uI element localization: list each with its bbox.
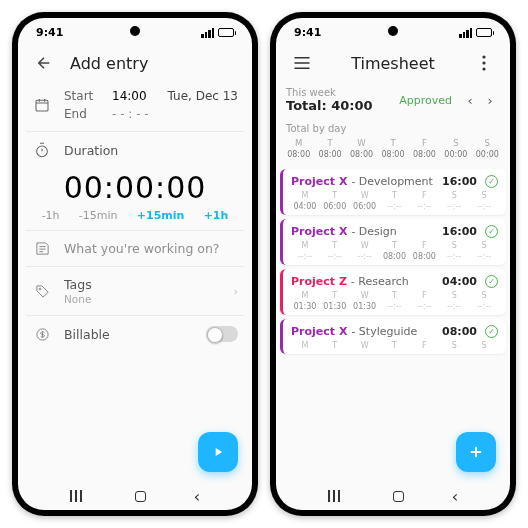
note-icon [32, 241, 52, 256]
card-total: 16:00 [442, 225, 477, 238]
minus-15min-button[interactable]: -15min [79, 209, 118, 222]
plus-1h-button[interactable]: +1h [204, 209, 229, 222]
calendar-icon [32, 97, 52, 113]
project-name: Project X [291, 225, 347, 238]
back-button[interactable] [32, 51, 56, 75]
svg-rect-0 [36, 100, 48, 111]
check-icon: ✓ [485, 225, 498, 238]
billable-label: Billable [64, 327, 110, 342]
battery-icon [476, 28, 492, 37]
android-nav-bar: ‹ [276, 482, 510, 510]
card-total: 08:00 [442, 325, 477, 338]
check-icon: ✓ [485, 325, 498, 338]
topbar: Add entry [18, 45, 252, 81]
tags-label: Tags [64, 277, 92, 292]
svg-point-6 [482, 67, 485, 70]
page-title: Add entry [70, 54, 148, 73]
task-name: - Development [351, 175, 433, 188]
tags-value: None [64, 293, 92, 305]
duration-label: Duration [64, 143, 118, 158]
more-button[interactable] [472, 51, 496, 75]
start-timer-fab[interactable] [198, 432, 238, 472]
page-title: Timesheet [328, 54, 458, 73]
timesheet-card[interactable]: Project X - Design16:00✓MTWTFSS--:----:-… [280, 219, 506, 265]
card-total: 16:00 [442, 175, 477, 188]
front-camera [130, 26, 140, 36]
tag-icon [32, 284, 52, 299]
signal-icon [201, 28, 214, 38]
recents-button[interactable] [70, 490, 88, 502]
svg-point-5 [482, 61, 485, 64]
time-range-row[interactable]: Start14:00Tue, Dec 13 End- - : - - [26, 81, 244, 129]
timesheet-cards: Project X - Development16:00✓MTWTFSS04:0… [276, 165, 510, 358]
date-value: Tue, Dec 13 [168, 89, 238, 103]
task-name: - Design [351, 225, 396, 238]
billable-toggle[interactable] [206, 326, 238, 342]
approved-badge: Approved [399, 94, 452, 107]
description-placeholder: What you're working on? [64, 241, 220, 256]
svg-point-1 [37, 146, 48, 157]
home-button[interactable] [135, 491, 146, 502]
timesheet-card[interactable]: Project Z - Research04:00✓MTWTFSS01:3001… [280, 269, 506, 315]
android-nav-bar: ‹ [18, 482, 252, 510]
signal-icon [459, 28, 472, 38]
plus-15min-button[interactable]: +15min [137, 209, 185, 222]
screen-add-entry: 9:41 Add entry Start14:00Tue, Dec 13 End… [18, 18, 252, 510]
svg-point-2 [39, 288, 41, 290]
svg-point-4 [482, 55, 485, 58]
start-value: 14:00 [112, 89, 147, 103]
start-label: Start [64, 89, 96, 103]
check-icon: ✓ [485, 275, 498, 288]
total-label: Total: 40:00 [286, 98, 373, 113]
description-row[interactable]: What you're working on? [26, 233, 244, 264]
duration-row: Duration [26, 134, 244, 166]
phone-timesheet: 9:41 Timesheet This week Total: 40:00 Ap… [270, 12, 516, 516]
end-label: End [64, 107, 96, 121]
billable-row: Billable [26, 318, 244, 350]
project-name: Project X [291, 325, 347, 338]
minus-1h-button[interactable]: -1h [42, 209, 60, 222]
prev-week-button[interactable]: ‹ [460, 93, 480, 108]
total-by-day-label: Total by day [276, 119, 510, 136]
add-entry-fab[interactable] [456, 432, 496, 472]
chevron-right-icon: › [234, 285, 238, 298]
duration-display[interactable]: 00:00:00 [26, 170, 244, 205]
status-time: 9:41 [294, 26, 321, 39]
timesheet-card[interactable]: Project X - Development16:00✓MTWTFSS04:0… [280, 169, 506, 215]
week-summary: This week Total: 40:00 Approved ‹ › [276, 81, 510, 119]
battery-icon [218, 28, 234, 37]
week-label: This week [286, 87, 373, 98]
front-camera [388, 26, 398, 36]
tags-row[interactable]: TagsNone › [26, 269, 244, 313]
menu-button[interactable] [290, 51, 314, 75]
dollar-icon [32, 327, 52, 342]
task-name: - Styleguide [351, 325, 417, 338]
timesheet-card[interactable]: Project X - Styleguide08:00✓MTWTFSS [280, 319, 506, 354]
topbar: Timesheet [276, 45, 510, 81]
task-name: - Research [351, 275, 409, 288]
card-total: 04:00 [442, 275, 477, 288]
project-name: Project X [291, 175, 347, 188]
status-time: 9:41 [36, 26, 63, 39]
phone-add-entry: 9:41 Add entry Start14:00Tue, Dec 13 End… [12, 12, 258, 516]
next-week-button[interactable]: › [480, 93, 500, 108]
project-name: Project Z [291, 275, 347, 288]
back-nav-button[interactable]: ‹ [194, 487, 200, 506]
stopwatch-icon [32, 142, 52, 158]
back-nav-button[interactable]: ‹ [452, 487, 458, 506]
end-value: - - : - - [112, 107, 149, 121]
day-totals-grid: MTWTFSS08:0008:0008:0008:0008:0000:0000:… [276, 136, 510, 165]
check-icon: ✓ [485, 175, 498, 188]
recents-button[interactable] [328, 490, 346, 502]
home-button[interactable] [393, 491, 404, 502]
screen-timesheet: 9:41 Timesheet This week Total: 40:00 Ap… [276, 18, 510, 510]
